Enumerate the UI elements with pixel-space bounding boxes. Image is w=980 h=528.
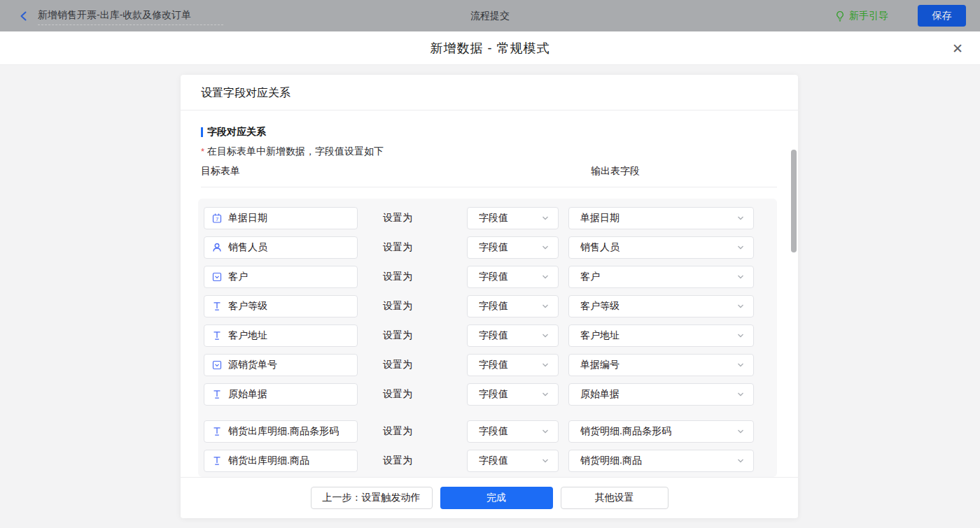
close-icon[interactable]: ✕ [952, 41, 963, 55]
output-field-select[interactable]: 销货明细.商品 [568, 450, 754, 472]
chevron-down-icon [541, 273, 550, 281]
target-field-box: 销货出库明细.商品条形码 [204, 420, 358, 443]
chevron-down-icon [541, 390, 550, 399]
chevron-down-icon [736, 427, 745, 436]
select-icon [211, 359, 223, 371]
field-mapping-card: 设置字段对应关系 字段对应关系 *在目标表单中新增数据，字段值设置如下 目标表单… [181, 75, 798, 518]
set-as-label: 设置为 [383, 212, 412, 224]
column-header-target-form: 目标表单 [201, 165, 240, 176]
column-headers: 目标表单 输出表字段 [201, 165, 777, 178]
target-field-label: 原始单据 [228, 388, 267, 401]
set-as-label: 设置为 [383, 271, 412, 283]
divider [201, 187, 777, 187]
target-field-box: 源销货单号 [204, 354, 358, 376]
mapping-row: 销货出库明细.商品 设置为 字段值 销货明细.商品 [204, 450, 777, 472]
target-field-box: 客户 [204, 266, 358, 288]
value-mode-select[interactable]: 字段值 [467, 383, 559, 406]
value-mode-select[interactable]: 字段值 [467, 354, 559, 376]
flow-name[interactable]: 新增销售开票-出库-收款及修改订单 [38, 7, 223, 25]
beginner-guide-label: 新手引导 [849, 10, 888, 22]
user-icon [211, 242, 223, 253]
done-button[interactable]: 完成 [440, 487, 553, 509]
output-field-select[interactable]: 单据日期 [568, 207, 754, 229]
beginner-guide-link[interactable]: 新手引导 [834, 10, 888, 22]
set-as-label: 设置为 [383, 359, 412, 371]
text-icon [211, 389, 223, 400]
top-bar: 新增销售开票-出库-收款及修改订单 流程提交 新手引导 保存 [0, 0, 980, 31]
chevron-down-icon [541, 243, 550, 252]
value-mode-select[interactable]: 字段值 [467, 266, 559, 288]
target-field-label: 客户等级 [228, 300, 267, 313]
calendar-icon: 7 [211, 213, 223, 224]
target-field-box: 销售人员 [204, 236, 358, 259]
chevron-down-icon [541, 331, 550, 340]
target-field-label: 客户 [228, 271, 248, 283]
output-field-select[interactable]: 单据编号 [568, 354, 754, 376]
set-as-label: 设置为 [383, 455, 412, 467]
modal-body: 设置字段对应关系 字段对应关系 *在目标表单中新增数据，字段值设置如下 目标表单… [0, 65, 980, 528]
chevron-down-icon [736, 273, 745, 281]
target-field-box: 客户地址 [204, 324, 358, 347]
output-field-select[interactable]: 客户等级 [568, 295, 754, 317]
value-mode-select[interactable]: 字段值 [467, 207, 559, 229]
output-field-select[interactable]: 客户 [568, 266, 754, 288]
mapping-row: 源销货单号 设置为 字段值 单据编号 [204, 354, 777, 376]
target-field-label: 销货出库明细.商品 [228, 455, 309, 467]
set-as-label: 设置为 [383, 300, 412, 313]
target-field-label: 客户地址 [228, 329, 267, 342]
output-field-select[interactable]: 销货明细.商品条形码 [568, 420, 754, 443]
target-field-label: 单据日期 [228, 212, 267, 224]
chevron-down-icon [736, 331, 745, 340]
prev-step-button[interactable]: 上一步：设置触发动作 [311, 487, 433, 509]
mapping-row: 客户等级 设置为 字段值 客户等级 [204, 295, 777, 317]
target-field-label: 源销货单号 [228, 359, 277, 371]
chevron-down-icon [541, 361, 550, 369]
chevron-down-icon [736, 243, 745, 252]
save-button[interactable]: 保存 [918, 5, 966, 27]
modal-header: 新增数据 - 常规模式 ✕ [0, 31, 980, 65]
mapping-row: 销货出库明细.商品条形码 设置为 字段值 销货明细.商品条形码 [204, 420, 777, 443]
scrollbar-thumb[interactable] [791, 150, 797, 252]
value-mode-select[interactable]: 字段值 [467, 324, 559, 347]
mapping-row: 客户地址 设置为 字段值 客户地址 [204, 324, 777, 347]
target-field-label: 销售人员 [228, 241, 267, 254]
svg-text:7: 7 [216, 216, 218, 222]
mapping-row: 原始单据 设置为 字段值 原始单据 [204, 383, 777, 406]
target-field-box: 客户等级 [204, 295, 358, 317]
set-as-label: 设置为 [383, 388, 412, 401]
other-settings-button[interactable]: 其他设置 [561, 487, 668, 509]
mapping-row: 销售人员 设置为 字段值 销售人员 [204, 236, 777, 259]
output-field-select[interactable]: 销售人员 [568, 236, 754, 259]
section-title: 字段对应关系 [207, 126, 266, 138]
modal-title: 新增数据 - 常规模式 [430, 40, 550, 57]
required-mark: * [201, 146, 204, 157]
value-mode-select[interactable]: 字段值 [467, 295, 559, 317]
select-icon [211, 271, 223, 283]
lightbulb-icon [834, 10, 846, 22]
set-as-label: 设置为 [383, 425, 412, 438]
chevron-down-icon [736, 457, 745, 465]
card-content: 字段对应关系 *在目标表单中新增数据，字段值设置如下 目标表单 输出表字段 7 … [181, 110, 798, 477]
output-field-select[interactable]: 原始单据 [568, 383, 754, 406]
target-field-label: 销货出库明细.商品条形码 [228, 425, 339, 438]
chevron-down-icon [736, 302, 745, 311]
back-button[interactable] [18, 10, 29, 22]
value-mode-select[interactable]: 字段值 [467, 420, 559, 443]
set-as-label: 设置为 [383, 241, 412, 254]
output-field-select[interactable]: 客户地址 [568, 324, 754, 347]
chevron-down-icon [541, 427, 550, 436]
target-field-box: 原始单据 [204, 383, 358, 406]
chevron-left-icon [18, 10, 29, 22]
section-accent-bar [201, 127, 203, 137]
chevron-down-icon [541, 214, 550, 222]
mapping-row: 客户 设置为 字段值 客户 [204, 266, 777, 288]
chevron-down-icon [736, 214, 745, 222]
chevron-down-icon [541, 457, 550, 465]
text-icon [211, 455, 223, 466]
value-mode-select[interactable]: 字段值 [467, 236, 559, 259]
text-icon [211, 301, 223, 312]
card-title: 设置字段对应关系 [181, 75, 798, 110]
target-field-box: 7 单据日期 [204, 207, 358, 229]
column-header-output-field: 输出表字段 [591, 165, 640, 178]
value-mode-select[interactable]: 字段值 [467, 450, 559, 472]
